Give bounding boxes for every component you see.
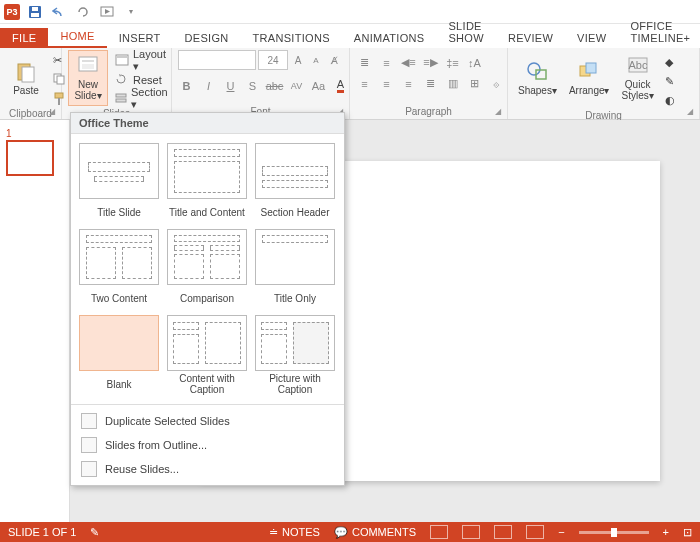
shadow-button[interactable]: S bbox=[244, 77, 261, 94]
columns-button[interactable]: ▥ bbox=[444, 75, 461, 92]
char-spacing-button[interactable]: AV bbox=[288, 77, 305, 94]
save-icon[interactable] bbox=[26, 3, 44, 21]
tab-home[interactable]: HOME bbox=[48, 26, 106, 48]
shapes-button[interactable]: Shapes▾ bbox=[514, 50, 561, 106]
spellcheck-icon[interactable]: ✎ bbox=[90, 526, 99, 539]
font-size-input[interactable] bbox=[258, 50, 288, 70]
svg-rect-5 bbox=[22, 67, 34, 82]
layout-blank[interactable]: Blank bbox=[75, 312, 163, 398]
group-paragraph: ≣ ≡ ◀≡ ≡▶ ‡≡ ↕A ≡ ≡ ≡ ≣ ▥ ⊞ ⟐ Paragraph … bbox=[350, 48, 508, 119]
section-button[interactable]: Section ▾ bbox=[112, 90, 173, 107]
group-drawing: Shapes▾ Arrange▾ Abc Quick Styles▾ ◆ ✎ ◐… bbox=[508, 48, 700, 119]
dialog-launcher-icon[interactable]: ◢ bbox=[49, 107, 59, 117]
menu-label: Reuse Slides... bbox=[105, 463, 179, 475]
redo-icon[interactable] bbox=[74, 3, 92, 21]
dialog-launcher-icon[interactable]: ◢ bbox=[687, 107, 697, 117]
shape-outline-icon: ✎ bbox=[665, 75, 679, 89]
undo-icon[interactable] bbox=[50, 3, 68, 21]
align-center-button[interactable]: ≡ bbox=[378, 75, 395, 92]
reading-view-button[interactable] bbox=[494, 525, 512, 539]
bold-button[interactable]: B bbox=[178, 77, 195, 94]
new-slide-button[interactable]: New Slide▾ bbox=[68, 50, 108, 106]
strikethrough-button[interactable]: abc bbox=[266, 77, 283, 94]
new-slide-label: New Slide▾ bbox=[74, 79, 101, 101]
shape-effects-button[interactable]: ◐ bbox=[662, 92, 682, 109]
fit-to-window-button[interactable]: ⊡ bbox=[683, 526, 692, 539]
paste-button[interactable]: Paste bbox=[6, 50, 46, 106]
tab-design[interactable]: DESIGN bbox=[173, 28, 241, 48]
zoom-out-button[interactable]: − bbox=[558, 526, 564, 538]
decrease-font-icon[interactable]: A bbox=[308, 52, 324, 68]
layout-title-slide[interactable]: Title Slide bbox=[75, 140, 163, 226]
line-spacing-button[interactable]: ‡≡ bbox=[444, 54, 461, 71]
numbering-button[interactable]: ≡ bbox=[378, 54, 395, 71]
slideshow-view-button[interactable] bbox=[526, 525, 544, 539]
increase-font-icon[interactable]: A bbox=[290, 52, 306, 68]
tab-review[interactable]: REVIEW bbox=[496, 28, 565, 48]
layout-section-header[interactable]: Section Header bbox=[251, 140, 339, 226]
change-case-button[interactable]: Aa bbox=[310, 77, 327, 94]
outline-icon bbox=[81, 437, 97, 453]
status-bar: SLIDE 1 OF 1 ✎ ≐ NOTES 💬 COMMENTS − + ⊡ bbox=[0, 522, 700, 542]
slide-counter[interactable]: SLIDE 1 OF 1 bbox=[8, 526, 76, 538]
shape-fill-button[interactable]: ◆ bbox=[662, 54, 682, 71]
clear-formatting-icon[interactable]: A̸ bbox=[326, 52, 342, 68]
slide-thumbnail[interactable] bbox=[6, 140, 54, 176]
tab-insert[interactable]: INSERT bbox=[107, 28, 173, 48]
new-slide-icon bbox=[77, 55, 99, 77]
start-from-beginning-icon[interactable] bbox=[98, 3, 116, 21]
align-left-button[interactable]: ≡ bbox=[356, 75, 373, 92]
qat-customize-icon[interactable]: ▾ bbox=[122, 3, 140, 21]
layout-title-only[interactable]: Title Only bbox=[251, 226, 339, 312]
smartart-button[interactable]: ⟐ bbox=[488, 75, 505, 92]
increase-indent-button[interactable]: ≡▶ bbox=[422, 54, 439, 71]
shape-fill-icon: ◆ bbox=[665, 56, 679, 70]
tab-view[interactable]: VIEW bbox=[565, 28, 618, 48]
arrange-label: Arrange▾ bbox=[569, 85, 610, 96]
svg-rect-16 bbox=[116, 99, 126, 102]
duplicate-slides-button[interactable]: Duplicate Selected Slides bbox=[71, 409, 344, 433]
italic-button[interactable]: I bbox=[200, 77, 217, 94]
bullets-button[interactable]: ≣ bbox=[356, 54, 373, 71]
group-label: Clipboard bbox=[6, 107, 55, 121]
font-name-input[interactable] bbox=[178, 50, 256, 70]
menu-label: Slides from Outline... bbox=[105, 439, 207, 451]
zoom-slider[interactable] bbox=[579, 531, 649, 534]
comments-button[interactable]: 💬 COMMENTS bbox=[334, 526, 416, 539]
align-right-button[interactable]: ≡ bbox=[400, 75, 417, 92]
font-color-button[interactable]: A bbox=[332, 77, 349, 94]
align-text-button[interactable]: ⊞ bbox=[466, 75, 483, 92]
layout-title-content[interactable]: Title and Content bbox=[163, 140, 251, 226]
justify-button[interactable]: ≣ bbox=[422, 75, 439, 92]
text-direction-button[interactable]: ↕A bbox=[466, 54, 483, 71]
dialog-launcher-icon[interactable]: ◢ bbox=[495, 107, 505, 117]
reuse-slides-button[interactable]: Reuse Slides... bbox=[71, 457, 344, 481]
layout-two-content[interactable]: Two Content bbox=[75, 226, 163, 312]
tab-animations[interactable]: ANIMATIONS bbox=[342, 28, 437, 48]
slides-from-outline-button[interactable]: Slides from Outline... bbox=[71, 433, 344, 457]
tab-file[interactable]: FILE bbox=[0, 28, 48, 48]
layout-label: Title Slide bbox=[78, 201, 160, 223]
normal-view-button[interactable] bbox=[430, 525, 448, 539]
group-clipboard: Paste ✂ Clipboard ◢ bbox=[0, 48, 62, 119]
layout-content-caption[interactable]: Content with Caption bbox=[163, 312, 251, 398]
tab-transitions[interactable]: TRANSITIONS bbox=[241, 28, 342, 48]
svg-point-17 bbox=[528, 63, 540, 75]
layout-picture-caption[interactable]: Picture with Caption bbox=[251, 312, 339, 398]
layout-label: Section Header bbox=[254, 201, 336, 223]
ribbon: Paste ✂ Clipboard ◢ New Slide▾ Layout ▾ … bbox=[0, 48, 700, 120]
layout-comparison[interactable]: Comparison bbox=[163, 226, 251, 312]
arrange-button[interactable]: Arrange▾ bbox=[565, 50, 614, 106]
zoom-in-button[interactable]: + bbox=[663, 526, 669, 538]
notes-button[interactable]: ≐ NOTES bbox=[269, 526, 320, 539]
tab-office-timeline[interactable]: OFFICE TIMELINE+ bbox=[618, 16, 700, 48]
layout-button[interactable]: Layout ▾ bbox=[112, 52, 173, 69]
tab-slideshow[interactable]: SLIDE SHOW bbox=[436, 16, 495, 48]
decrease-indent-button[interactable]: ◀≡ bbox=[400, 54, 417, 71]
section-icon bbox=[115, 92, 127, 106]
arrange-icon bbox=[578, 61, 600, 83]
underline-button[interactable]: U bbox=[222, 77, 239, 94]
shape-outline-button[interactable]: ✎ bbox=[662, 73, 682, 90]
quick-styles-button[interactable]: Abc Quick Styles▾ bbox=[618, 50, 658, 106]
sorter-view-button[interactable] bbox=[462, 525, 480, 539]
